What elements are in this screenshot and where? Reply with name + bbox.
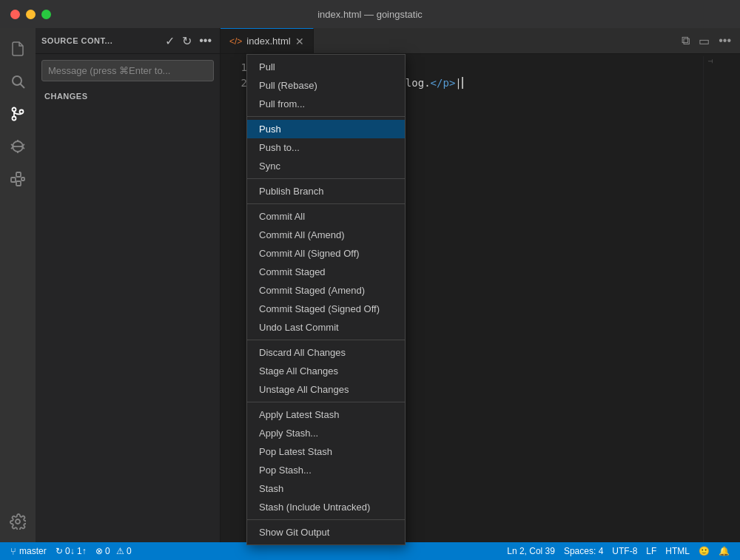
svg-point-14 <box>16 519 20 524</box>
tab-filename: index.html <box>246 36 290 47</box>
maximize-button[interactable] <box>41 10 51 19</box>
status-encoding[interactable]: UTF-8 <box>608 542 642 560</box>
status-smiley[interactable]: 🙂 <box>694 542 714 560</box>
menu-item-pull-from[interactable]: Pull from... <box>247 95 405 113</box>
menu-item-stage-all[interactable]: Stage All Changes <box>247 362 405 380</box>
menu-separator <box>247 402 405 402</box>
menu-separator <box>247 519 405 520</box>
menu-separator <box>247 203 405 204</box>
git-icon[interactable] <box>3 99 33 129</box>
status-branch[interactable]: ⑂ master <box>6 542 51 560</box>
menu-item-commit-staged-amend[interactable]: Commit Staged (Amend) <box>247 281 405 300</box>
toggle-panel-icon[interactable]: ▭ <box>696 33 713 50</box>
settings-icon[interactable] <box>3 507 33 536</box>
svg-rect-13 <box>21 178 24 181</box>
traffic-lights <box>10 10 51 19</box>
split-editor-icon[interactable]: ⧉ <box>679 33 693 49</box>
menu-item-undo-last-commit[interactable]: Undo Last Commit <box>247 318 405 337</box>
line-number: 1 <box>232 60 247 75</box>
language-label: HTML <box>665 546 690 556</box>
git-branch-icon: ⑂ <box>10 546 16 557</box>
menu-item-discard-all[interactable]: Discard All Changes <box>247 343 405 362</box>
menu-item-publish-branch[interactable]: Publish Branch <box>247 182 405 200</box>
sync-text: ↻ 0↓ 1↑ <box>56 546 87 556</box>
sidebar: SOURCE CONT... ✓ ↻ ••• CHANGES <box>36 28 221 542</box>
tab-bar: </> index.html ✕ ⧉ ▭ ••• <box>221 28 740 54</box>
menu-item-commit-all-signed[interactable]: Commit All (Signed Off) <box>247 244 405 263</box>
svg-rect-10 <box>11 178 16 182</box>
svg-point-2 <box>13 108 16 112</box>
commit-input-area <box>36 54 220 87</box>
errors-text: ⊗ 0 <box>95 546 110 556</box>
more-actions-button[interactable]: ••• <box>197 32 214 50</box>
warnings-text: ⚠ 0 <box>116 546 132 556</box>
cursor-position: Ln 2, Col 39 <box>507 546 555 556</box>
status-bell[interactable]: 🔔 <box>714 542 734 560</box>
menu-item-stash[interactable]: Stash <box>247 479 405 498</box>
title-bar: index.html — goingstatic <box>0 0 740 28</box>
menu-item-pull[interactable]: Pull <box>247 58 405 76</box>
menu-item-show-git-output[interactable]: Show Git Output <box>247 523 405 542</box>
menu-item-apply-latest-stash[interactable]: Apply Latest Stash <box>247 405 405 424</box>
smiley-icon: 🙂 <box>699 546 710 556</box>
status-language[interactable]: HTML <box>661 542 694 560</box>
files-icon[interactable] <box>3 34 33 64</box>
tab-actions: ⧉ ▭ ••• <box>679 28 740 53</box>
sidebar-title: SOURCE CONT... <box>41 36 160 45</box>
svg-point-3 <box>13 117 16 121</box>
spaces-label: Spaces: 4 <box>564 546 603 556</box>
svg-point-4 <box>20 110 24 114</box>
menu-separator <box>247 340 405 340</box>
line-ending-label: LF <box>646 546 656 556</box>
menu-separator <box>247 178 405 179</box>
menu-item-sync[interactable]: Sync <box>247 157 405 175</box>
menu-item-push[interactable]: Push <box>247 120 405 138</box>
encoding-label: UTF-8 <box>612 546 637 556</box>
tab-index-html[interactable]: </> index.html ✕ <box>221 28 314 53</box>
commit-check-button[interactable]: ✓ <box>163 32 177 50</box>
menu-item-pop-latest-stash[interactable]: Pop Latest Stash <box>247 442 405 461</box>
commit-message-input[interactable] <box>41 60 214 81</box>
minimize-button[interactable] <box>26 10 36 19</box>
menu-item-commit-all[interactable]: Commit All <box>247 207 405 226</box>
menu-item-unstage-all[interactable]: Unstage All Changes <box>247 380 405 399</box>
svg-line-1 <box>21 84 25 89</box>
close-button[interactable] <box>10 10 20 19</box>
menu-item-pull-rebase[interactable]: Pull (Rebase) <box>247 76 405 95</box>
menu-item-apply-stash[interactable]: Apply Stash... <box>247 424 405 442</box>
line-number: 2 <box>232 75 247 91</box>
svg-point-0 <box>13 76 21 85</box>
branch-name: master <box>19 546 47 556</box>
search-icon[interactable] <box>3 67 33 96</box>
status-sync[interactable]: ↻ 0↓ 1↑ <box>51 542 91 560</box>
html-file-icon: </> <box>229 36 242 47</box>
status-line-ending[interactable]: LF <box>642 542 661 560</box>
more-tab-actions-icon[interactable]: ••• <box>716 33 734 49</box>
svg-rect-12 <box>16 181 21 186</box>
window-title: index.html — goingstatic <box>317 9 423 20</box>
status-position[interactable]: Ln 2, Col 39 <box>502 542 559 560</box>
context-menu: PullPull (Rebase)Pull from...PushPush to… <box>246 54 406 545</box>
status-errors[interactable]: ⊗ 0 ⚠ 0 <box>91 542 136 560</box>
menu-item-commit-all-amend[interactable]: Commit All (Amend) <box>247 226 405 244</box>
activity-bar <box>0 28 36 542</box>
bell-icon: 🔔 <box>719 546 730 556</box>
menu-item-pop-stash[interactable]: Pop Stash... <box>247 461 405 479</box>
menu-item-commit-staged-signed[interactable]: Commit Staged (Signed Off) <box>247 300 405 318</box>
menu-item-stash-untracked[interactable]: Stash (Include Untracked) <box>247 498 405 516</box>
sidebar-header: SOURCE CONT... ✓ ↻ ••• <box>36 28 220 54</box>
svg-rect-11 <box>16 172 21 177</box>
status-spaces[interactable]: Spaces: 4 <box>559 542 608 560</box>
menu-separator <box>247 116 405 117</box>
extensions-icon[interactable] <box>3 164 33 194</box>
debug-icon[interactable] <box>3 132 33 161</box>
minimap-hint: T <box>707 59 737 64</box>
menu-item-commit-staged[interactable]: Commit Staged <box>247 263 405 281</box>
menu-item-push-to[interactable]: Push to... <box>247 138 405 157</box>
tab-close-button[interactable]: ✕ <box>295 36 304 47</box>
changes-label: CHANGES <box>36 87 220 104</box>
refresh-button[interactable]: ↻ <box>180 32 194 50</box>
